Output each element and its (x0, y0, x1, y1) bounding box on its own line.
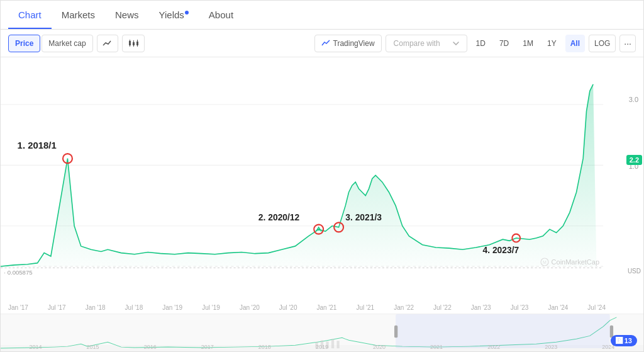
usd-label: USD (628, 268, 641, 275)
mini-x-2015: 2015 (87, 344, 99, 350)
x-label-jan18: Jan '18 (86, 304, 106, 311)
svg-text:2. 2020/12: 2. 2020/12 (258, 212, 300, 222)
svg-rect-31 (396, 314, 610, 348)
mini-x-2014: 2014 (30, 344, 42, 350)
chart-wrapper: 1. 2018/1 2. 2020/12 3. 2021/3 4. 2023/7… (1, 57, 643, 351)
y-label-3: 3.0 (629, 96, 638, 103)
tab-news[interactable]: News (105, 2, 149, 29)
x-label-jan21: Jan '21 (317, 304, 337, 311)
mini-x-2016: 2016 (144, 344, 157, 350)
x-label-jul22: Jul '22 (433, 304, 452, 311)
notification-badge[interactable]: 🅿 13 (611, 335, 637, 346)
coinmarketcap-watermark: M CoinMarketCap (540, 258, 599, 266)
x-label-jul18: Jul '18 (125, 304, 143, 311)
period-all[interactable]: All (565, 35, 585, 52)
badge-count: 13 (625, 337, 632, 344)
x-label-jan24: Jan '24 (548, 304, 568, 311)
svg-text:3. 2021/3: 3. 2021/3 (345, 212, 382, 222)
marketcap-button[interactable]: Market cap (42, 35, 92, 52)
price-marketcap-group: Price Market cap (8, 35, 93, 52)
toolbar: Price Market cap TradingView (1, 30, 643, 57)
x-label-jan17: Jan '17 (8, 304, 28, 311)
svg-text:1. 2018/1: 1. 2018/1 (18, 140, 57, 150)
svg-text:· 0.005875: · 0.005875 (4, 269, 32, 276)
tab-yields[interactable]: Yields (149, 2, 199, 29)
log-button[interactable]: LOG (589, 35, 616, 52)
mini-x-2021: 2021 (430, 344, 443, 350)
svg-rect-3 (133, 42, 135, 45)
more-button[interactable]: ··· (619, 35, 636, 52)
candle-chart-icon[interactable] (122, 35, 145, 52)
x-label-jul21: Jul '21 (356, 304, 374, 311)
x-label-jul19: Jul '19 (202, 304, 220, 311)
x-axis-labels: Jan '17 Jul '17 Jan '18 Jul '18 Jan '19 … (8, 304, 606, 311)
x-label-jul23: Jul '23 (511, 304, 529, 311)
svg-rect-6 (136, 42, 138, 45)
price-badge: 2.2 (626, 155, 642, 165)
mini-x-2017: 2017 (201, 344, 214, 350)
svg-rect-32 (394, 326, 397, 338)
yields-dot (185, 11, 189, 14)
x-label-jul17: Jul '17 (48, 304, 66, 311)
main-container: Chart Markets News Yields About Price Ma… (0, 0, 644, 352)
tradingview-button[interactable]: TradingView (314, 35, 382, 52)
price-button[interactable]: Price (8, 35, 40, 52)
x-label-jan19: Jan '19 (162, 304, 182, 311)
x-label-jan23: Jan '23 (471, 304, 491, 311)
mini-x-2019: 2019 (316, 344, 328, 350)
line-chart-icon[interactable] (97, 35, 118, 52)
svg-rect-0 (129, 41, 131, 45)
mini-x-axis: 2014 2015 2016 2017 2018 2019 2020 2021 … (1, 344, 643, 350)
period-1d[interactable]: 1D (471, 35, 491, 52)
mini-x-2023: 2023 (545, 344, 557, 350)
period-1m[interactable]: 1M (518, 35, 538, 52)
nav-tabs: Chart Markets News Yields About (1, 1, 643, 30)
mini-x-2018: 2018 (258, 344, 271, 350)
svg-text:4. 2023/7: 4. 2023/7 (483, 245, 519, 255)
compare-button[interactable]: Compare with (386, 35, 467, 52)
mini-x-2022: 2022 (487, 344, 500, 350)
tab-about[interactable]: About (199, 2, 243, 29)
mini-chart: 2014 2015 2016 2017 2018 2019 2020 2021 … (1, 314, 643, 351)
tab-markets[interactable]: Markets (52, 2, 105, 29)
period-1y[interactable]: 1Y (542, 35, 562, 52)
badge-icon: 🅿 (616, 337, 625, 344)
main-chart-area: 1. 2018/1 2. 2020/12 3. 2021/3 4. 2023/7… (1, 57, 643, 314)
period-7d[interactable]: 7D (494, 35, 514, 52)
x-label-jan22: Jan '22 (394, 304, 414, 311)
tab-chart[interactable]: Chart (8, 2, 52, 29)
mini-x-2020: 2020 (373, 344, 386, 350)
x-label-jul24: Jul '24 (587, 304, 606, 311)
x-label-jul20: Jul '20 (279, 304, 297, 311)
x-label-jan20: Jan '20 (240, 304, 260, 311)
svg-text:M: M (543, 260, 547, 264)
